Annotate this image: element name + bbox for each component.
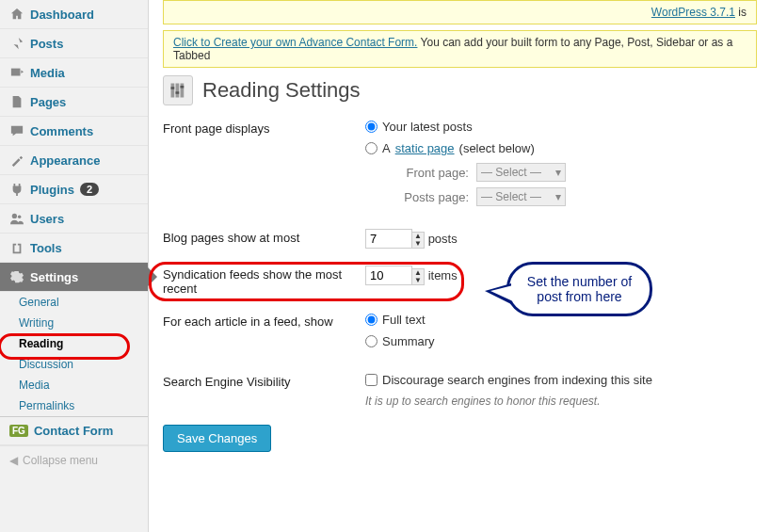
- searchengine-label: Search Engine Visibility: [163, 373, 365, 408]
- version-suffix: is: [735, 6, 747, 19]
- save-button[interactable]: Save Changes: [163, 425, 271, 452]
- sidebar-label: Media: [30, 66, 65, 80]
- appearance-icon: [9, 153, 24, 168]
- sidebar-item-users[interactable]: Users: [0, 204, 148, 234]
- select-value: — Select —: [481, 190, 541, 203]
- admin-sidebar: Dashboard Posts Media Pages Comments App…: [0, 0, 149, 532]
- sidebar-label: Appearance: [30, 153, 100, 168]
- svg-rect-6: [171, 87, 175, 89]
- callout-text: Set the number of post from here: [527, 274, 632, 304]
- page-icon: [9, 94, 24, 109]
- sidebar-item-appearance[interactable]: Appearance: [0, 146, 148, 175]
- checkbox-label: Discourage search engines from indexing …: [382, 373, 652, 387]
- svg-rect-4: [176, 84, 180, 98]
- tools-icon: [9, 240, 24, 255]
- sidebar-item-contact-form[interactable]: FGContact Form: [0, 416, 148, 445]
- contact-notice: Click to Create your own Advance Contact…: [163, 30, 757, 68]
- home-icon: [9, 7, 24, 22]
- sidebar-label: Pages: [30, 95, 66, 109]
- spinner[interactable]: ▲▼: [411, 232, 425, 249]
- settings-icon: [9, 269, 24, 284]
- radio-fulltext[interactable]: [365, 314, 377, 326]
- blogpages-input[interactable]: [365, 229, 412, 249]
- pin-icon: [9, 36, 24, 51]
- svg-rect-3: [171, 84, 175, 98]
- sidebar-label: Plugins: [30, 183, 74, 197]
- sub-writing[interactable]: Writing: [0, 313, 148, 333]
- page-title: Reading Settings: [202, 78, 361, 103]
- searchengine-row: Search Engine Visibility Discourage sear…: [163, 373, 757, 408]
- contact-link[interactable]: Click to Create your own Advance Contact…: [173, 36, 417, 49]
- sub-reading[interactable]: Reading: [0, 333, 148, 354]
- sidebar-label: Tools: [30, 241, 62, 255]
- select-value: — Select —: [481, 166, 541, 179]
- settings-page-icon: [163, 75, 193, 105]
- svg-point-2: [18, 216, 22, 219]
- front-page-label: Front page:: [394, 166, 469, 180]
- collapse-menu[interactable]: ◀Collapse menu: [0, 445, 148, 475]
- collapse-icon: ◀: [9, 454, 18, 467]
- sidebar-item-pages[interactable]: Pages: [0, 88, 148, 117]
- spin-down-icon[interactable]: ▼: [412, 277, 424, 284]
- sidebar-item-tools[interactable]: Tools: [0, 234, 148, 263]
- frontpage-row: Front page displays Your latest posts A …: [163, 120, 757, 212]
- radio-latest-posts[interactable]: [365, 121, 377, 133]
- radio-static-page[interactable]: [365, 142, 377, 154]
- sidebar-item-media[interactable]: Media: [0, 58, 148, 88]
- sidebar-label: Posts: [30, 37, 63, 51]
- comment-icon: [9, 123, 24, 138]
- posts-page-label: Posts page:: [394, 190, 469, 204]
- spinner[interactable]: ▲▼: [411, 268, 425, 285]
- radio-label: Summary: [382, 334, 435, 348]
- svg-rect-5: [181, 84, 185, 98]
- syndication-label: Syndication feeds show the most recent: [163, 266, 365, 296]
- version-link[interactable]: WordPress 3.7.1: [651, 6, 735, 19]
- sub-general[interactable]: General: [0, 292, 148, 313]
- front-page-select[interactable]: — Select —▾: [476, 163, 566, 182]
- feedshow-row: For each article in a feed, show Full te…: [163, 313, 757, 356]
- chevron-down-icon: ▾: [555, 166, 561, 179]
- static-page-link[interactable]: static page: [395, 141, 455, 155]
- sidebar-item-dashboard[interactable]: Dashboard: [0, 0, 148, 29]
- sidebar-label: Comments: [30, 124, 93, 138]
- sidebar-label: Dashboard: [30, 8, 94, 22]
- sub-permalinks[interactable]: Permalinks: [0, 395, 148, 416]
- sub-media[interactable]: Media: [0, 375, 148, 395]
- feedshow-label: For each article in a feed, show: [163, 313, 365, 356]
- spin-down-icon[interactable]: ▼: [412, 240, 424, 248]
- radio-label-post: (select below): [459, 141, 535, 155]
- searchengine-desc: It is up to search engines to honor this…: [365, 395, 757, 408]
- sidebar-label: Contact Form: [34, 424, 114, 438]
- unit-label: posts: [428, 232, 458, 246]
- radio-summary[interactable]: [365, 335, 377, 347]
- sidebar-label: Settings: [30, 270, 78, 284]
- collapse-label: Collapse menu: [23, 454, 98, 467]
- sub-discussion[interactable]: Discussion: [0, 354, 148, 375]
- unit-label: items: [428, 268, 458, 282]
- svg-rect-7: [176, 91, 180, 94]
- sidebar-label: Users: [30, 212, 64, 226]
- users-icon: [9, 211, 24, 226]
- blogpages-label: Blog pages show at most: [163, 229, 365, 249]
- radio-label: Your latest posts: [382, 120, 473, 134]
- radio-label: Full text: [382, 313, 426, 327]
- svg-rect-8: [181, 86, 185, 89]
- discourage-checkbox[interactable]: [365, 374, 377, 386]
- content-area: WordPress 3.7.1 is Click to Create your …: [149, 0, 771, 532]
- sidebar-item-posts[interactable]: Posts: [0, 29, 148, 58]
- page-title-row: Reading Settings: [163, 75, 757, 105]
- sidebar-item-settings[interactable]: Settings: [0, 263, 148, 292]
- update-badge: 2: [80, 183, 99, 196]
- media-icon: [9, 65, 24, 80]
- svg-point-1: [12, 214, 17, 218]
- svg-rect-0: [11, 69, 21, 76]
- chevron-down-icon: ▾: [555, 190, 561, 203]
- version-notice: WordPress 3.7.1 is: [163, 0, 757, 24]
- syndication-input[interactable]: [365, 266, 412, 285]
- blogpages-row: Blog pages show at most ▲▼ posts: [163, 229, 757, 249]
- sidebar-item-plugins[interactable]: Plugins2: [0, 175, 148, 204]
- frontpage-label: Front page displays: [163, 120, 365, 212]
- sidebar-item-comments[interactable]: Comments: [0, 117, 148, 146]
- posts-page-select[interactable]: — Select —▾: [476, 187, 566, 206]
- radio-label-pre: A: [382, 141, 391, 155]
